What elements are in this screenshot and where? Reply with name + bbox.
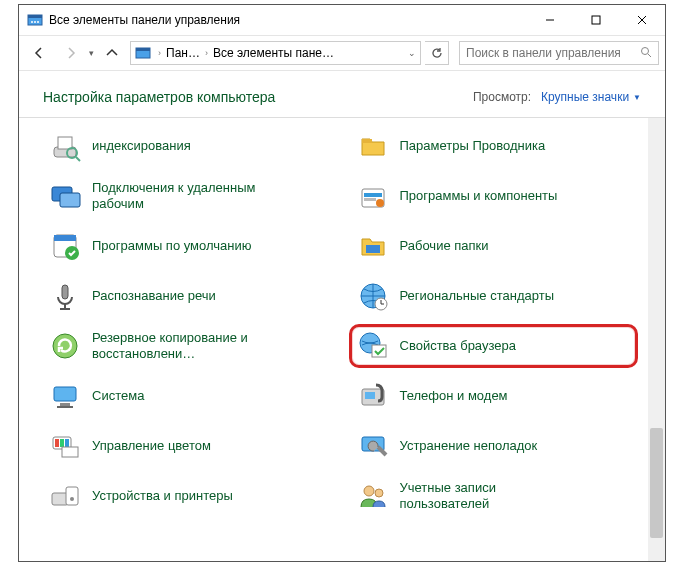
- remote-icon: [48, 179, 82, 213]
- cp-item-label: индексирования: [92, 138, 191, 154]
- back-button[interactable]: [25, 39, 53, 67]
- content-wrap: индексированияПараметры ПроводникаПодклю…: [19, 117, 665, 561]
- breadcrumb-root[interactable]: Пан…: [166, 46, 200, 60]
- cp-item-indexing[interactable]: индексирования: [41, 124, 331, 168]
- region-icon: [356, 279, 390, 313]
- speech-icon: [48, 279, 82, 313]
- cp-item-label: Устройства и принтеры: [92, 488, 233, 504]
- cp-item-label: Региональные стандарты: [400, 288, 554, 304]
- chevron-right-icon: ›: [155, 48, 164, 58]
- scrollbar-thumb[interactable]: [650, 428, 663, 538]
- cp-item-system[interactable]: Система: [41, 374, 331, 418]
- cp-item-remote[interactable]: Подключения к удаленным рабочим: [41, 174, 331, 218]
- devices-icon: [48, 479, 82, 513]
- cp-item-internet[interactable]: Свойства браузера: [349, 324, 639, 368]
- svg-line-12: [648, 54, 651, 57]
- svg-point-2: [31, 21, 33, 23]
- system-icon: [48, 379, 82, 413]
- svg-point-11: [642, 48, 649, 55]
- explorer-icon: [356, 129, 390, 163]
- close-button[interactable]: [619, 5, 665, 35]
- cp-item-color[interactable]: Управление цветом: [41, 424, 331, 468]
- cp-item-backup[interactable]: Резервное копирование и восстановлени…: [41, 324, 331, 368]
- cp-item-users[interactable]: Учетные записи пользователей: [349, 474, 639, 518]
- breadcrumb[interactable]: › Пан… › Все элементы пане… ⌄: [130, 41, 421, 65]
- cp-item-label: Свойства браузера: [400, 338, 516, 354]
- titlebar: Все элементы панели управления: [19, 5, 665, 35]
- cp-item-programs[interactable]: Программы и компоненты: [349, 174, 639, 218]
- cp-item-label: Система: [92, 388, 144, 404]
- cp-item-label: Телефон и модем: [400, 388, 508, 404]
- cp-item-label: Программы и компоненты: [400, 188, 558, 204]
- cp-item-trouble[interactable]: Устранение неполадок: [349, 424, 639, 468]
- forward-button[interactable]: [57, 39, 85, 67]
- internet-icon: [356, 329, 390, 363]
- window-title: Все элементы панели управления: [49, 13, 527, 27]
- cp-item-devices[interactable]: Устройства и принтеры: [41, 474, 331, 518]
- chevron-down-icon: ▼: [633, 93, 641, 102]
- refresh-button[interactable]: [425, 41, 449, 65]
- search-icon: [640, 44, 652, 62]
- svg-point-4: [37, 21, 39, 23]
- cp-item-defaults[interactable]: Программы по умолчанию: [41, 224, 331, 268]
- items-grid: индексированияПараметры ПроводникаПодклю…: [19, 118, 648, 561]
- cp-item-speech[interactable]: Распознавание речи: [41, 274, 331, 318]
- window: Все элементы панели управления ▾ › Пан… …: [18, 4, 666, 562]
- cp-item-label: Программы по умолчанию: [92, 238, 251, 254]
- maximize-button[interactable]: [573, 5, 619, 35]
- header-row: Настройка параметров компьютера Просмотр…: [19, 71, 665, 117]
- cp-item-explorer[interactable]: Параметры Проводника: [349, 124, 639, 168]
- defaults-icon: [48, 229, 82, 263]
- cp-item-label: Управление цветом: [92, 438, 211, 454]
- cp-item-taskbar[interactable]: Рабочие папки: [349, 224, 639, 268]
- search-box[interactable]: [459, 41, 659, 65]
- users-icon: [356, 479, 390, 513]
- control-panel-icon: [27, 12, 43, 28]
- backup-icon: [48, 329, 82, 363]
- cp-item-label: Параметры Проводника: [400, 138, 546, 154]
- taskbar-icon: [356, 229, 390, 263]
- phone-icon: [356, 379, 390, 413]
- chevron-right-icon: ›: [202, 48, 211, 58]
- vertical-scrollbar[interactable]: [648, 118, 665, 561]
- svg-rect-6: [592, 16, 600, 24]
- control-panel-icon: [135, 45, 151, 61]
- cp-item-label: Учетные записи пользователей: [400, 480, 580, 511]
- view-selector[interactable]: Крупные значки ▼: [541, 90, 641, 104]
- view-label: Просмотр:: [473, 90, 531, 104]
- svg-rect-1: [28, 15, 42, 18]
- cp-item-label: Рабочие папки: [400, 238, 489, 254]
- cp-item-label: Устранение неполадок: [400, 438, 538, 454]
- search-input[interactable]: [466, 46, 640, 60]
- svg-rect-10: [136, 48, 150, 51]
- programs-icon: [356, 179, 390, 213]
- minimize-button[interactable]: [527, 5, 573, 35]
- page-title: Настройка параметров компьютера: [43, 89, 473, 105]
- cp-item-label: Подключения к удаленным рабочим: [92, 180, 272, 211]
- navbar: ▾ › Пан… › Все элементы пане… ⌄: [19, 35, 665, 71]
- cp-item-label: Распознавание речи: [92, 288, 216, 304]
- cp-item-region[interactable]: Региональные стандарты: [349, 274, 639, 318]
- view-value-text: Крупные значки: [541, 90, 629, 104]
- chevron-down-icon[interactable]: ⌄: [408, 48, 416, 58]
- up-button[interactable]: [98, 39, 126, 67]
- cp-item-label: Резервное копирование и восстановлени…: [92, 330, 272, 361]
- color-icon: [48, 429, 82, 463]
- window-buttons: [527, 5, 665, 35]
- cp-item-phone[interactable]: Телефон и модем: [349, 374, 639, 418]
- svg-point-3: [34, 21, 36, 23]
- recent-dropdown[interactable]: ▾: [89, 48, 94, 58]
- trouble-icon: [356, 429, 390, 463]
- breadcrumb-current[interactable]: Все элементы пане…: [213, 46, 334, 60]
- indexing-icon: [48, 129, 82, 163]
